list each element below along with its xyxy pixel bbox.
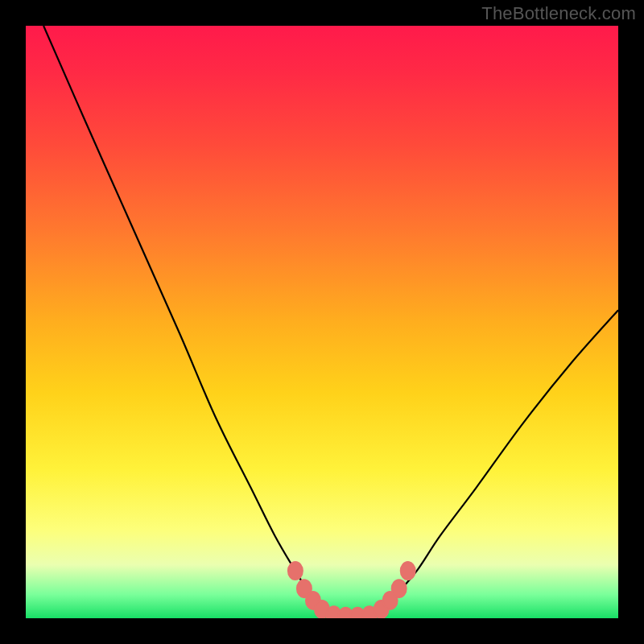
watermark-text: TheBottleneck.com — [481, 3, 636, 24]
left-curve — [43, 26, 334, 615]
marker-group — [288, 562, 415, 618]
chart-svg — [26, 26, 618, 618]
data-marker — [392, 580, 407, 597]
data-marker — [401, 562, 415, 580]
chart-frame: TheBottleneck.com — [0, 0, 644, 644]
plot-area — [26, 26, 618, 618]
data-marker — [288, 562, 303, 580]
